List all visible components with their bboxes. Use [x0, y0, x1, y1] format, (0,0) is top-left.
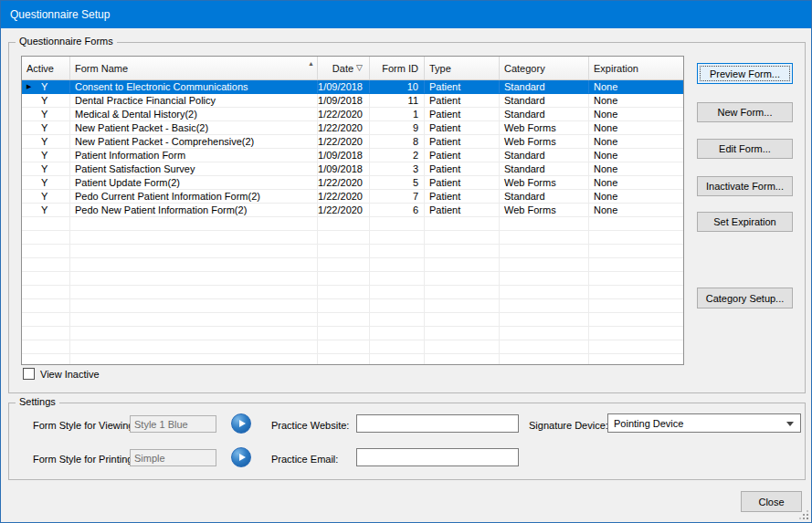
- table-row[interactable]: YPedo Current Patient Information Form(2…: [22, 190, 683, 204]
- title-bar[interactable]: Questionnaire Setup: [1, 1, 811, 28]
- table-cell-type: [425, 245, 500, 257]
- chevron-down-icon: [786, 422, 794, 426]
- column-header-label: Active: [26, 63, 54, 74]
- practice-email-input[interactable]: [356, 448, 519, 466]
- table-empty-row: [22, 286, 683, 299]
- table-empty-row: [22, 299, 683, 313]
- table-row[interactable]: ▶YConsent to Electronic Communications01…: [22, 80, 683, 94]
- set-expiration-button[interactable]: Set Expiration: [697, 212, 793, 232]
- window-title: Questionnaire Setup: [10, 8, 110, 21]
- table-cell-date: [318, 313, 370, 326]
- table-cell-date: [318, 217, 370, 230]
- new-form-button[interactable]: New Form...: [697, 102, 793, 122]
- table-cell-id: 8: [370, 135, 425, 148]
- view-inactive-checkbox[interactable]: View Inactive: [23, 368, 100, 380]
- table-cell-type: [425, 231, 500, 244]
- table-cell-date: [318, 327, 370, 340]
- table-cell-name: New Patient Packet - Basic(2): [70, 121, 318, 134]
- table-cell-active: [22, 245, 70, 257]
- table-row[interactable]: YPedo New Patient Information Form(2)01/…: [22, 204, 683, 217]
- column-header-date[interactable]: Date▽: [318, 57, 370, 79]
- form-style-printing-label: Form Style for Printing:: [33, 454, 135, 465]
- arrow-right-icon: [239, 420, 246, 427]
- column-header-expiration[interactable]: Expiration: [589, 57, 683, 79]
- table-cell-category: Standard: [500, 149, 589, 162]
- table-cell-id: 9: [370, 121, 425, 134]
- table-empty-row: [22, 327, 683, 340]
- table-cell-category: Web Forms: [500, 135, 589, 148]
- column-header-label: Expiration: [594, 63, 638, 74]
- table-cell-name: [70, 340, 318, 353]
- table-cell-category: [500, 313, 589, 326]
- table-cell-id: [370, 286, 425, 298]
- table-cell-active: Y: [22, 135, 70, 148]
- table-cell-expiration: [589, 286, 683, 298]
- select-viewing-style-button[interactable]: [231, 413, 251, 434]
- table-row[interactable]: YPatient Satisfaction Survey01/09/20183P…: [22, 162, 683, 176]
- table-cell-type: [425, 340, 500, 353]
- table-cell-expiration: None: [589, 80, 683, 93]
- forms-table-body: ▶YConsent to Electronic Communications01…: [22, 80, 683, 365]
- table-cell-category: Standard: [500, 162, 589, 175]
- table-cell-active: ▶Y: [22, 80, 70, 93]
- table-cell-active: [22, 299, 70, 312]
- column-header-active[interactable]: Active: [22, 57, 70, 79]
- table-cell-active: [22, 231, 70, 244]
- inactivate-form-button[interactable]: Inactivate Form...: [697, 176, 793, 196]
- table-cell-date: [318, 231, 370, 244]
- table-cell-type: [425, 299, 500, 312]
- category-setup-button[interactable]: Category Setup...: [697, 288, 793, 309]
- table-cell-expiration: [589, 340, 683, 353]
- table-cell-category: Standard: [500, 108, 589, 120]
- checkbox-icon[interactable]: [23, 368, 35, 380]
- edit-form-button[interactable]: Edit Form...: [697, 139, 793, 159]
- table-cell-category: Standard: [500, 80, 589, 93]
- preview-form-button[interactable]: Preview Form...: [697, 63, 793, 84]
- resize-grip[interactable]: [798, 509, 808, 519]
- sort-ascending-icon: ▲: [308, 60, 314, 67]
- table-empty-row: [22, 313, 683, 327]
- table-cell-name: Pedo Current Patient Information Form(2): [70, 190, 318, 203]
- practice-website-input[interactable]: [356, 414, 519, 433]
- table-row[interactable]: YPatient Information Form01/09/20182Pati…: [22, 149, 683, 162]
- questionnaire-setup-dialog: Questionnaire Setup Questionnaire Forms …: [0, 0, 812, 523]
- table-cell-active: [22, 286, 70, 298]
- table-cell-id: [370, 340, 425, 353]
- table-cell-active: [22, 327, 70, 340]
- table-cell-id: 11: [370, 94, 425, 107]
- table-cell-name: [70, 286, 318, 298]
- table-cell-date: [318, 258, 370, 271]
- table-cell-date: [318, 354, 370, 365]
- signature-device-select[interactable]: Pointing Device: [607, 413, 801, 433]
- signature-device-label: Signature Device:: [529, 420, 608, 431]
- table-row[interactable]: YDental Practice Financial Policy01/09/2…: [22, 94, 683, 108]
- view-inactive-label: View Inactive: [40, 369, 100, 380]
- table-cell-type: Patient: [425, 135, 500, 148]
- table-cell-category: [500, 272, 589, 285]
- column-header-label: Category: [504, 63, 545, 74]
- table-cell-date: 01/22/2020: [318, 135, 370, 148]
- table-row[interactable]: YPatient Update Form(2)01/22/20205Patien…: [22, 176, 683, 190]
- table-cell-id: [370, 313, 425, 326]
- table-row[interactable]: YNew Patient Packet - Comprehensive(2)01…: [22, 135, 683, 149]
- column-header-name[interactable]: Form Name▲: [70, 57, 318, 79]
- table-cell-category: [500, 245, 589, 257]
- table-cell-expiration: None: [589, 149, 683, 162]
- table-cell-type: Patient: [425, 204, 500, 216]
- close-button[interactable]: Close: [741, 491, 802, 512]
- column-header-id[interactable]: Form ID: [370, 57, 425, 79]
- table-cell-active: Y: [22, 149, 70, 162]
- practice-website-label: Practice Website:: [271, 420, 349, 431]
- column-header-category[interactable]: Category: [500, 57, 589, 79]
- table-cell-type: Patient: [425, 162, 500, 175]
- table-cell-name: Consent to Electronic Communications: [70, 80, 318, 93]
- table-row[interactable]: YMedical & Dental History(2)01/22/20201P…: [22, 108, 683, 121]
- table-cell-expiration: None: [589, 190, 683, 203]
- table-row[interactable]: YNew Patient Packet - Basic(2)01/22/2020…: [22, 121, 683, 135]
- column-header-type[interactable]: Type: [425, 57, 500, 79]
- table-cell-type: [425, 286, 500, 298]
- table-cell-expiration: None: [589, 162, 683, 175]
- table-cell-date: 01/09/2018: [318, 80, 370, 93]
- select-printing-style-button[interactable]: [231, 447, 251, 467]
- table-cell-expiration: [589, 313, 683, 326]
